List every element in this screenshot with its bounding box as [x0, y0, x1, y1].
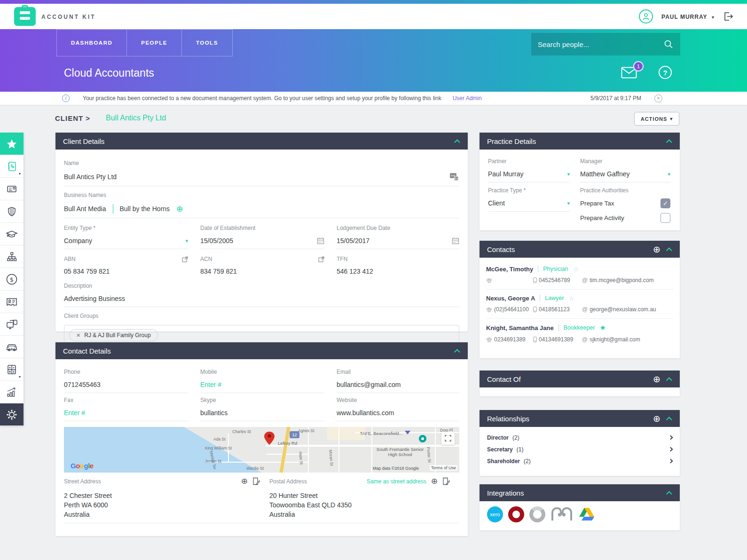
same-as-street-link[interactable]: Same as street address: [367, 478, 426, 485]
prepare-activity-checkbox[interactable]: [661, 213, 670, 223]
sidebar-item-org-chart[interactable]: [0, 245, 24, 268]
collapse-icon[interactable]: [666, 247, 672, 253]
favourite-star-icon[interactable]: ☆: [569, 294, 575, 302]
help-icon[interactable]: ?: [659, 66, 672, 79]
edit-address-icon[interactable]: [252, 477, 260, 485]
skype-value[interactable]: bullantics: [200, 409, 324, 417]
abn-value[interactable]: 05 834 759 821: [64, 268, 188, 275]
add-contact-icon[interactable]: ⊕: [653, 245, 661, 254]
chevron-down-icon: ▾: [668, 171, 670, 177]
sidebar-item-billing[interactable]: $: [0, 268, 24, 291]
divider: [538, 266, 538, 272]
map-terms-link[interactable]: Terms of Use: [430, 465, 457, 471]
add-address-icon[interactable]: ⊕: [241, 477, 248, 485]
notification-bar: i Your practice has been connected to a …: [0, 92, 747, 105]
tab-people[interactable]: PEOPLE: [127, 29, 182, 56]
relationship-row-secretary[interactable]: Secretary (1): [487, 443, 672, 455]
contact-name[interactable]: McGee, Timothy: [486, 266, 533, 273]
client-group-chip[interactable]: ✕ RJ & AJ Bull Family Group: [69, 329, 158, 341]
fax-enter-link[interactable]: Enter #: [64, 409, 188, 417]
prepare-tax-checkbox[interactable]: ✓: [661, 198, 670, 208]
user-avatar-icon[interactable]: [639, 9, 653, 24]
gray-ring-icon[interactable]: [529, 506, 545, 522]
doe-value[interactable]: 15/05/2005: [200, 237, 317, 245]
user-admin-link[interactable]: User Admin: [453, 95, 482, 102]
add-contact-of-icon[interactable]: ⊕: [653, 375, 661, 384]
merge-contact-icon[interactable]: 9+: [449, 172, 459, 181]
search-icon[interactable]: [663, 39, 674, 49]
contact-row[interactable]: Knight, Samantha Jane Bookkeeper ★ 02346…: [486, 319, 673, 348]
website-value[interactable]: www.bullantics.com: [337, 409, 459, 417]
external-link-icon[interactable]: [318, 256, 324, 262]
business-name-1[interactable]: Bull Ant Media: [64, 205, 106, 213]
tab-dashboard[interactable]: DASHBOARD: [56, 29, 127, 56]
sidebar-item-device-sync[interactable]: [0, 313, 24, 336]
sidebar-item-vehicle[interactable]: [0, 336, 24, 358]
sidebar-item-shield[interactable]: [0, 200, 24, 223]
sidebar-item-reports[interactable]: [0, 381, 24, 403]
myob-ring-icon[interactable]: [508, 506, 524, 522]
external-link-icon[interactable]: [182, 256, 188, 262]
sidebar-item-settings[interactable]: [0, 403, 24, 426]
mobile-enter-link[interactable]: Enter #: [200, 381, 324, 388]
search-input[interactable]: [538, 40, 663, 48]
messages-button[interactable]: 1: [621, 67, 637, 79]
contact-details-panel: Contact Details Phone 0712455463 Mobile …: [55, 342, 468, 536]
collapse-icon[interactable]: [666, 417, 672, 423]
google-logo[interactable]: Google: [71, 462, 94, 470]
ldd-value[interactable]: 15/05/2017: [337, 237, 452, 245]
contact-name[interactable]: Nexus, George A: [486, 295, 535, 302]
client-details-header[interactable]: Client Details: [55, 133, 468, 150]
sidebar-item-mail[interactable]: [0, 178, 24, 200]
favourite-star-icon[interactable]: ★: [599, 323, 605, 332]
acn-value[interactable]: 834 759 821: [200, 268, 324, 275]
xero-icon[interactable]: xero: [487, 506, 503, 522]
contact-row[interactable]: Nexus, George A Lawyer ☆ (02)54641100 04…: [486, 290, 673, 319]
client-name-value[interactable]: Bull Antics Pty Ltd: [64, 173, 449, 181]
tab-tools[interactable]: TOOLS: [182, 29, 233, 56]
sidebar-item-contact-book[interactable]: ▾: [0, 155, 24, 178]
integrations-header[interactable]: Integrations: [480, 484, 680, 501]
google-map[interactable]: Charles St Ada St King William St Agnes …: [64, 427, 459, 473]
manager-select[interactable]: Matthew Gaffney ▾: [580, 170, 670, 182]
add-relationship-icon[interactable]: ⊕: [653, 414, 661, 423]
relationship-row-shareholder[interactable]: Shareholder (2): [487, 455, 672, 467]
add-address-icon[interactable]: ⊕: [431, 477, 438, 485]
fullscreen-icon[interactable]: [441, 432, 455, 445]
client-name-heading[interactable]: Bull Antics Pty Ltd: [106, 114, 166, 122]
account-kit-logo-icon[interactable]: [14, 7, 36, 26]
relationships-header[interactable]: Relationships ⊕: [480, 410, 680, 427]
logout-icon[interactable]: [723, 11, 734, 22]
elephants-icon[interactable]: [550, 506, 573, 522]
business-name-2[interactable]: Bull by the Horns: [120, 205, 170, 213]
entity-type-select[interactable]: Company ▾: [64, 237, 188, 249]
edit-address-icon[interactable]: [442, 477, 450, 485]
practice-type-select[interactable]: Client ▾: [488, 199, 570, 212]
favourite-star-icon[interactable]: ☆: [573, 265, 579, 273]
sidebar-item-id-card[interactable]: [0, 291, 24, 313]
description-value[interactable]: Advertising Business: [64, 295, 459, 302]
calendar-icon[interactable]: [317, 237, 324, 245]
actions-button[interactable]: ACTIONS ▾: [634, 112, 679, 126]
remove-icon[interactable]: ✕: [76, 332, 80, 339]
contact-details-header[interactable]: Contact Details: [55, 342, 468, 359]
contact-row[interactable]: McGee, Timothy Physician ☆ 0452546789 @t…: [486, 260, 673, 290]
close-notification-icon[interactable]: ✕: [654, 95, 662, 103]
tfn-value[interactable]: 546 123 412: [337, 268, 459, 275]
sidebar-item-favourites[interactable]: [0, 133, 24, 155]
google-drive-icon[interactable]: [578, 507, 595, 522]
sidebar-item-education[interactable]: [0, 223, 24, 245]
sidebar-item-calculator[interactable]: ▾: [0, 358, 24, 381]
collapse-icon[interactable]: [666, 377, 672, 383]
partner-select[interactable]: Paul Murray ▾: [488, 170, 570, 182]
user-menu[interactable]: PAUL MURRAY ▾: [661, 12, 714, 21]
calendar-icon[interactable]: [452, 237, 459, 245]
phone-value[interactable]: 0712455463: [64, 381, 188, 388]
contact-of-header[interactable]: Contact Of ⊕: [480, 371, 680, 387]
email-value[interactable]: bullantics@gmail.com: [337, 381, 459, 388]
relationship-row-director[interactable]: Director (2): [487, 432, 672, 443]
add-business-name-icon[interactable]: ⊕: [176, 205, 183, 213]
practice-details-header[interactable]: Practice Details: [480, 133, 680, 150]
contact-name[interactable]: Knight, Samantha Jane: [486, 324, 554, 331]
contacts-header[interactable]: Contacts ⊕: [480, 241, 680, 258]
